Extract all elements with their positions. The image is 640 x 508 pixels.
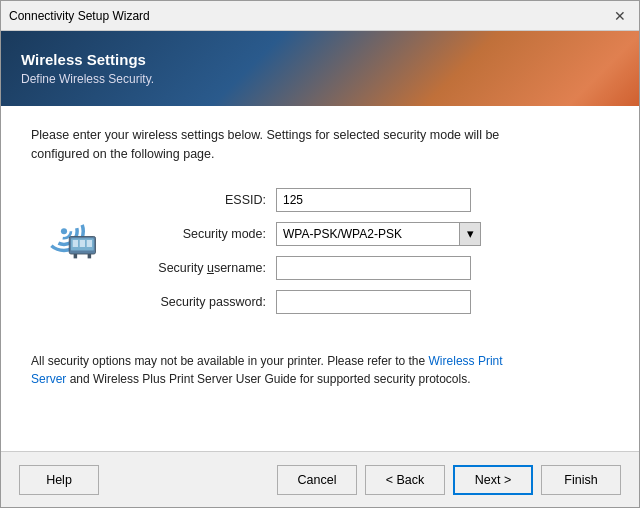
footnote-text: All security options may not be availabl…	[31, 352, 541, 388]
header-text: Wireless Settings Define Wireless Securi…	[21, 51, 154, 86]
svg-rect-7	[80, 240, 85, 247]
title-bar: Connectivity Setup Wizard ✕	[1, 1, 639, 31]
wireless-print-server-link: Wireless Print Server	[31, 354, 503, 386]
footer-right: Cancel < Back Next > Finish	[277, 465, 621, 495]
security-mode-select[interactable]: WPA-PSK/WPA2-PSK WPA2-PSK WPA-PSK WEP No…	[276, 222, 481, 246]
help-button[interactable]: Help	[19, 465, 99, 495]
footer: Help Cancel < Back Next > Finish	[1, 451, 639, 507]
intro-text: Please enter your wireless settings belo…	[31, 126, 551, 164]
svg-rect-8	[87, 240, 92, 247]
main-window: Connectivity Setup Wizard ✕ Wireless Set…	[0, 0, 640, 508]
footer-left: Help	[19, 465, 99, 495]
content-area: Please enter your wireless settings belo…	[1, 106, 639, 451]
header-subtitle: Define Wireless Security.	[21, 72, 154, 86]
security-password-label: Security password:	[131, 295, 276, 309]
security-mode-select-wrapper: WPA-PSK/WPA2-PSK WPA2-PSK WPA-PSK WEP No…	[276, 222, 481, 246]
security-password-row: Security password:	[131, 290, 609, 314]
essid-row: ESSID:	[131, 188, 609, 212]
essid-input[interactable]	[276, 188, 471, 212]
security-password-input[interactable]	[276, 290, 471, 314]
security-username-input[interactable]	[276, 256, 471, 280]
essid-label: ESSID:	[131, 193, 276, 207]
back-button[interactable]: < Back	[365, 465, 445, 495]
svg-rect-6	[73, 240, 78, 247]
cancel-button[interactable]: Cancel	[277, 465, 357, 495]
security-mode-row: Security mode: WPA-PSK/WPA2-PSK WPA2-PSK…	[131, 222, 609, 246]
next-button[interactable]: Next >	[453, 465, 533, 495]
svg-point-3	[61, 228, 67, 234]
form-area: ESSID: Security mode: WPA-PSK/WPA2-PSK W…	[31, 188, 609, 324]
wifi-icon	[31, 198, 111, 268]
svg-rect-10	[88, 254, 92, 258]
header-banner: Wireless Settings Define Wireless Securi…	[1, 31, 639, 106]
close-button[interactable]: ✕	[609, 5, 631, 27]
header-title: Wireless Settings	[21, 51, 154, 68]
security-username-label: Security username:	[131, 261, 276, 275]
security-username-row: Security username:	[131, 256, 609, 280]
finish-button[interactable]: Finish	[541, 465, 621, 495]
form-fields: ESSID: Security mode: WPA-PSK/WPA2-PSK W…	[131, 188, 609, 324]
svg-rect-9	[74, 254, 78, 258]
window-title: Connectivity Setup Wizard	[9, 9, 150, 23]
security-mode-label: Security mode:	[131, 227, 276, 241]
